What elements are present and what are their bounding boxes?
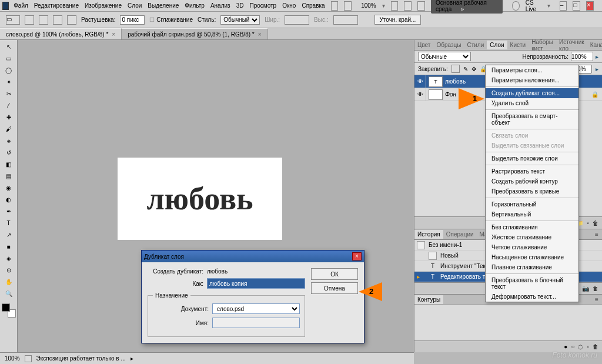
new-layer-icon[interactable]: ▫ [587,220,589,226]
ctx-aa-none[interactable]: Без сглаживания [486,222,578,232]
marquee-tool-icon[interactable]: ▭ [2,53,15,64]
window-max-icon[interactable]: □ [573,1,580,11]
ctx-warp-text[interactable]: Деформировать текст... [486,292,578,302]
menu-help[interactable]: Справка [302,2,325,9]
3d-tool-icon[interactable]: ◈ [2,253,15,263]
ctx-select-similar[interactable]: Выделить похожие слои [486,153,578,163]
marquee-new-icon[interactable] [25,15,34,25]
document-canvas[interactable]: любовь [118,158,282,240]
gradient-tool-icon[interactable]: ▤ [2,171,15,181]
as-input[interactable] [207,278,305,289]
fill-slider-icon[interactable]: ▸ [596,66,598,72]
menu-layers[interactable]: Слои [128,2,142,9]
document-select[interactable]: слово.psd [212,303,300,314]
crop-tool-icon[interactable]: ✂ [2,88,15,99]
opacity-slider-icon[interactable]: ▸ [596,54,598,60]
marquee-sub-icon[interactable] [53,15,62,25]
heal-tool-icon[interactable]: ✚ [2,112,15,122]
smooth-checkbox[interactable]: ☐ Сглаживание [149,16,193,23]
trash-icon[interactable]: 🗑 [593,285,598,292]
trash-icon[interactable]: 🗑 [593,343,598,350]
tab-color[interactable]: Цвет [414,41,433,49]
ctx-duplicate-layer[interactable]: Создать дубликат слоя... [486,88,578,98]
marquee-int-icon[interactable] [67,15,76,25]
ctx-smart-object[interactable]: Преобразовать в смарт-объект [486,111,578,128]
visibility-icon[interactable]: 👁 [414,88,426,101]
ctx-horizontal[interactable]: Горизонтальный [486,199,578,209]
cslive-icon[interactable] [512,1,520,11]
menu-file[interactable]: Файл [14,2,28,9]
status-icon[interactable] [25,355,32,362]
layer-thumb[interactable]: T [429,76,443,87]
stroke-path-icon[interactable]: ○ [571,343,574,350]
tool-preset-icon[interactable]: ▭ [6,15,20,25]
path-tool-icon[interactable]: ↗ [2,229,15,240]
layer-thumb[interactable] [429,89,443,100]
menu-image[interactable]: Изображение [85,2,122,9]
new-path-icon[interactable]: ▫ [587,343,589,350]
cslive-label[interactable]: CS Live [526,0,541,12]
trash-icon[interactable]: 🗑 [593,220,598,226]
menu-3d[interactable]: 3D [236,2,244,9]
panel-menu-icon[interactable]: ≡ [591,230,602,239]
marquee-add-icon[interactable] [39,15,48,25]
eyedropper-tool-icon[interactable]: ∕ [2,100,15,111]
window-min-icon[interactable]: – [560,1,567,11]
zoom-display[interactable]: 100% [361,2,376,9]
ok-button[interactable]: ОК [311,268,358,280]
window-close-icon[interactable]: × [586,1,594,11]
doc-tab-1[interactable]: слово.psd @ 100% (любовь, RGB/8) *× [0,28,122,39]
menu-analysis[interactable]: Анализ [210,2,230,9]
hand-icon[interactable] [391,1,399,11]
menu-window[interactable]: Окно [282,2,296,9]
doc-tab-2[interactable]: рабочий файл скрин.psd @ 50,8% (1, RGB/8… [122,28,267,39]
brush-tool-icon[interactable]: 🖌 [2,123,15,134]
tab-channels[interactable]: Каналы [587,41,602,49]
ctx-aa-crisp[interactable]: Четкое сглаживание [486,242,578,252]
ctx-aa-sharp[interactable]: Жесткое сглаживание [486,232,578,242]
close-icon[interactable]: × [258,31,262,38]
tab-contours[interactable]: Контуры [414,295,443,304]
cancel-button[interactable]: Отмена [311,282,358,294]
zoom-tool-icon[interactable]: 🔍 [2,288,15,299]
tab-actions[interactable]: Операции [443,230,477,239]
lock-move-icon[interactable]: ✥ [471,66,476,72]
ctx-aa-smooth[interactable]: Плавное сглаживание [486,262,578,272]
ctx-rasterize-text[interactable]: Растрировать текст [486,166,578,176]
ctx-to-curves[interactable]: Преобразовать в кривые [486,186,578,196]
ctx-to-paragraph[interactable]: Преобразовать в блочный текст [486,275,578,292]
pen-tool-icon[interactable]: ✒ [2,206,15,216]
screen-mode-icon[interactable] [417,1,425,11]
blur-tool-icon[interactable]: ◉ [2,182,15,193]
opacity-input[interactable] [571,52,593,61]
tab-brushes[interactable]: Кисти [507,41,529,49]
status-info[interactable]: Экспозиция работает только в ... [36,355,126,362]
dialog-titlebar[interactable]: Дубликат слоя × [142,251,364,262]
eraser-tool-icon[interactable]: ◧ [2,159,15,169]
stamp-tool-icon[interactable]: ⎈ [2,135,15,146]
blend-mode-select[interactable]: Обычные [418,52,471,61]
tab-history[interactable]: История [414,230,443,239]
path-to-sel-icon[interactable]: ◌ [578,343,583,350]
status-zoom[interactable]: 100% [5,355,20,362]
close-icon[interactable]: × [112,31,115,38]
hand-tool-icon[interactable]: ✋ [2,276,15,287]
arrange-icon[interactable] [404,1,412,11]
feather-input[interactable] [120,15,145,25]
menu-filter[interactable]: Фильтр [185,2,205,9]
tab-swatches[interactable]: Образцы [433,41,464,49]
wand-tool-icon[interactable]: ✦ [2,76,15,87]
view-extras-icon[interactable] [344,1,352,11]
shape-tool-icon[interactable]: ■ [2,241,15,252]
type-tool-icon[interactable]: T [2,218,15,228]
lock-transparent-icon[interactable] [452,65,460,73]
menu-edit[interactable]: Редактирование [34,2,79,9]
panel-menu-icon[interactable]: ≡ [591,295,602,304]
ctx-create-workpath[interactable]: Создать рабочий контур [486,176,578,186]
layer-name[interactable]: Фон [445,91,456,98]
refine-edge-button[interactable]: Уточн. край... [374,15,422,25]
lock-brush-icon[interactable]: ✎ [463,66,468,72]
color-swatches[interactable] [2,303,16,318]
tab-layers[interactable]: Слои [487,41,507,49]
menu-select[interactable]: Выделение [148,2,179,9]
